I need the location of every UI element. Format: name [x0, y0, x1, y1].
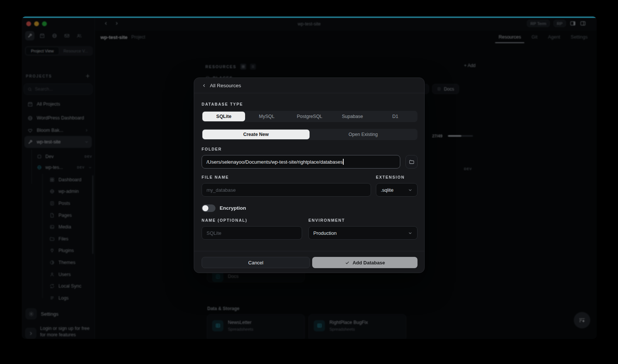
file-name-label: FILE NAME	[202, 175, 229, 179]
dbtype-postgresql[interactable]: PostgreSQL	[288, 112, 331, 121]
environment-label: ENVIRONMENT	[308, 218, 345, 222]
folder-label: FOLDER	[202, 147, 222, 151]
name-optional-label: NAME (OPTIONAL)	[202, 218, 247, 222]
screen: wp-test-site RP Term RP	[0, 0, 618, 364]
environment-select[interactable]: Production	[308, 226, 417, 240]
toggle-knob	[202, 205, 208, 211]
dbtype-supabase[interactable]: Supabase	[331, 112, 374, 121]
cancel-button[interactable]: Cancel	[202, 257, 310, 268]
file-name-input[interactable]	[202, 183, 371, 197]
dbtype-d1[interactable]: D1	[374, 112, 417, 121]
create-mode-segment: Create New Open Existing	[202, 129, 417, 140]
database-type-label: DATABASE TYPE	[202, 102, 243, 106]
dbtype-sqlite[interactable]: SQLite	[202, 112, 245, 121]
dbtype-mysql[interactable]: MySQL	[245, 112, 288, 121]
chevron-down-icon	[408, 231, 413, 236]
back-to-all-resources[interactable]: All Resources	[210, 83, 241, 88]
mode-create-new[interactable]: Create New	[202, 130, 310, 139]
extension-label: EXTENSION	[376, 175, 405, 179]
chevron-left-icon[interactable]	[202, 83, 206, 88]
encryption-label: Encryption	[220, 205, 246, 211]
modal-header: All Resources	[194, 78, 424, 93]
name-input[interactable]	[202, 226, 302, 240]
app-window: wp-test-site RP Term RP	[22, 16, 597, 339]
browse-folder-button[interactable]	[406, 155, 417, 169]
window-accent-strip	[22, 16, 597, 18]
database-type-segment: SQLite MySQL PostgreSQL Supabase D1	[202, 111, 417, 122]
check-icon	[345, 260, 350, 265]
add-database-modal: All Resources DATABASE TYPE SQLite MySQL…	[194, 78, 425, 273]
extension-select[interactable]: .sqlite	[376, 183, 417, 197]
encryption-toggle[interactable]	[202, 204, 215, 212]
chevron-down-icon	[408, 188, 413, 192]
text-caret	[343, 159, 344, 165]
mode-open-existing[interactable]: Open Existing	[310, 130, 417, 139]
folder-path-input[interactable]: /Users/selenayoo/Documents/wp-test-site/…	[202, 155, 400, 169]
folder-icon	[409, 159, 414, 165]
add-database-button[interactable]: Add Database	[312, 257, 417, 268]
modal-footer-divider	[194, 251, 424, 251]
